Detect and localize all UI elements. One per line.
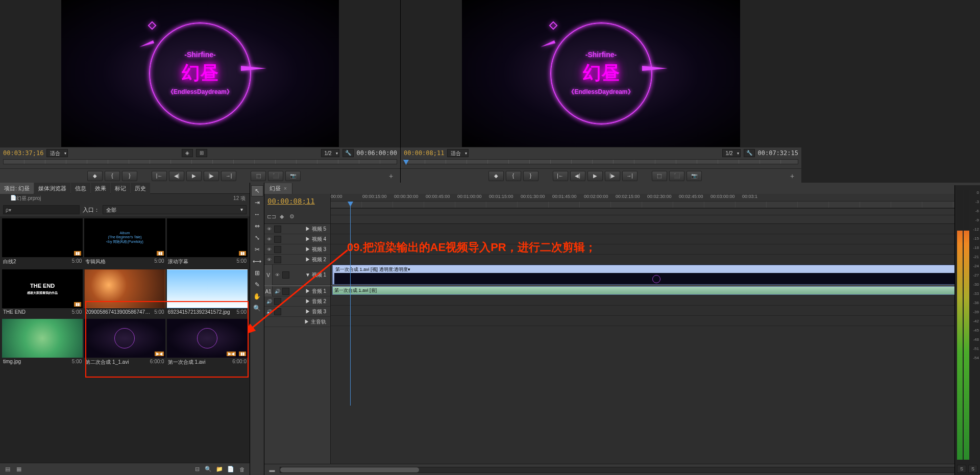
mark-out-button[interactable]: } [122,171,137,181]
preview-text-top: -Shirfine- [550,51,652,59]
zoom-out-icon[interactable]: ▬ [267,465,277,474]
go-to-out-button[interactable]: →| [622,171,638,181]
extract-button[interactable]: ⬛ [669,171,684,181]
tab-project[interactable]: 项目: 幻昼 [0,183,34,194]
timeline-ruler[interactable]: 00:0000:00:15:0000:00:30:0000:00:45:0000… [331,194,980,220]
settings-icon[interactable]: ⚙ [288,212,296,220]
tab-markers[interactable]: 标记 [111,183,130,194]
a-target[interactable]: A1 [264,286,273,296]
video-track-header[interactable]: 👁▶ 视频 4 [264,234,330,244]
new-item-icon[interactable]: 📄 [226,465,235,474]
solo-button[interactable]: S [968,465,977,473]
timeline-scrollbar[interactable] [280,467,974,473]
selection-tool[interactable]: ↖ [251,185,263,196]
bin-item[interactable]: ▶◀ 第二次合成 1_1.avi6:00:0 [84,319,165,367]
insert-button[interactable]: ⬚ [251,171,266,181]
safe-margins-icon[interactable]: ⊞ [196,149,207,157]
bin-item[interactable]: 2090058674139005867474.jpg5:00 [84,269,165,316]
source-resolution-dropdown[interactable]: 1/2 [321,149,339,157]
step-forward-button[interactable]: |▶ [204,171,219,181]
slip-tool[interactable]: ⟷ [251,256,263,267]
bin-item[interactable]: timg.jpg5:00 [2,319,83,367]
icon-view-icon[interactable]: ▦ [14,465,23,474]
tab-history[interactable]: 历史 [131,183,150,194]
bin-item[interactable]: ▮▮ 滚动字幕5:00 [167,218,248,266]
bin-item[interactable]: ▮▮ 白线25:00 [2,218,83,266]
wrench-icon[interactable]: 🔧 [342,149,354,157]
video-track-header[interactable]: 👁▶ 视频 5 [264,224,330,234]
program-timecode[interactable]: 00:00:08;11 [404,149,444,157]
program-scrubber[interactable] [401,158,801,168]
tab-media-browser[interactable]: 媒体浏览器 [34,183,70,194]
button-editor[interactable]: + [386,171,396,181]
source-scrubber[interactable] [0,158,400,168]
audio-track-header[interactable]: 🔊▶ 音频 3 [264,307,330,317]
find-icon[interactable]: 🔍 [204,465,213,474]
overwrite-button[interactable]: ⬛ [268,171,283,181]
tab-info[interactable]: 信息 [71,183,90,194]
video-track-header[interactable]: 👁▶ 视频 2 [264,255,330,265]
filter-dropdown[interactable]: 全部 ▾ [103,205,247,214]
zoom-tool[interactable]: 🔍 [251,303,263,314]
go-to-in-button[interactable]: |← [553,171,568,181]
ripple-edit-tool[interactable]: ↔ [251,209,263,220]
audio-track-header[interactable]: 🔊▶ 音频 1 [273,286,330,296]
project-bin[interactable]: ▮▮ 白线25:00 Album(The Beginner's Tale)<by… [0,216,250,463]
video-track-header[interactable]: 👁▶ 视频 3 [264,244,330,255]
mark-out-button[interactable]: } [523,171,538,181]
button-editor[interactable]: + [787,171,797,181]
solo-button[interactable]: S [957,465,966,473]
audio-clip[interactable]: 第一次合成 1.avi [音] [332,286,980,295]
slide-tool[interactable]: ⊞ [251,267,263,279]
export-frame-button[interactable]: 📷 [285,171,301,181]
program-resolution-dropdown[interactable]: 1/2 [722,149,741,157]
marker-icon[interactable]: ◆ [278,212,286,220]
razor-tool[interactable]: ✂ [251,244,263,255]
hand-tool[interactable]: ✋ [251,291,263,302]
audio-track-header[interactable]: ▶ 主音轨 [264,317,330,327]
timeline-tab[interactable]: 幻昼× [264,183,292,194]
go-to-in-button[interactable]: |← [152,171,167,181]
source-fit-dropdown[interactable]: 适合 [46,149,68,157]
source-preview[interactable]: -Shirfine- 幻昼 《EndlessDaydream》 [61,0,339,147]
rolling-edit-tool[interactable]: ⇔ [251,220,263,232]
close-icon[interactable]: × [284,186,287,191]
step-back-button[interactable]: ◀| [169,171,184,181]
export-frame-button[interactable]: 📷 [687,171,702,181]
add-marker-button[interactable]: ◆ [488,171,504,181]
bin-item[interactable]: 6923415721392341572.jpg5:00 [167,269,248,316]
pen-tool[interactable]: ✎ [251,279,263,290]
rate-stretch-tool[interactable]: ⤡ [251,232,263,243]
tab-effects[interactable]: 效果 [91,183,110,194]
play-button[interactable]: ▶ [186,171,202,181]
v-target[interactable]: V [264,265,273,285]
search-input[interactable] [3,205,80,214]
video-track-header[interactable]: 👁▼ 视频 1 [273,265,330,285]
mark-in-button[interactable]: { [105,171,120,181]
program-preview[interactable]: -Shirfine- 幻昼 《EndlessDaydream》 [462,0,740,147]
delete-icon[interactable]: 🗑 [237,465,247,474]
go-to-out-button[interactable]: →| [221,171,236,181]
snap-icon[interactable]: ⊏⊐ [267,212,276,220]
play-button[interactable]: ▶ [587,171,603,181]
marker-icon[interactable]: ◈ [182,149,193,157]
source-timecode[interactable]: 00:03:37;16 [3,149,43,157]
bin-item[interactable]: ▮▮▶◀ 第一次合成 1.avi6:00:0 [167,319,248,367]
step-back-button[interactable]: ◀| [570,171,585,181]
track-select-tool[interactable]: ⇥ [251,197,263,208]
timeline-timecode[interactable]: 00:00:08;11 [267,197,327,205]
mark-in-button[interactable]: { [506,171,521,181]
step-forward-button[interactable]: |▶ [605,171,620,181]
bin-item[interactable]: THE END感谢大家观看我的作品▮▮ THE END5:00 [2,269,83,316]
list-view-icon[interactable]: ▤ [3,465,12,474]
lift-button[interactable]: ⬚ [652,171,667,181]
wrench-icon[interactable]: 🔧 [744,149,755,157]
automate-icon[interactable]: ⊟ [192,465,202,474]
add-marker-button[interactable]: ◆ [87,171,103,181]
audio-track-header[interactable]: 🔊▶ 音频 2 [264,296,330,307]
new-bin-icon[interactable]: 📁 [215,465,224,474]
bin-item[interactable]: Album(The Beginner's Tale)<by 简陋风格(Purel… [84,218,165,266]
video-clip[interactable]: 第一次合成 1.avi [视] 透明度:透明度▾ [332,265,980,285]
program-fit-dropdown[interactable]: 适合 [447,149,469,157]
track-lanes[interactable]: 第一次合成 1.avi [视] 透明度:透明度▾ 第一次合成 1.avi [音] [331,224,980,464]
